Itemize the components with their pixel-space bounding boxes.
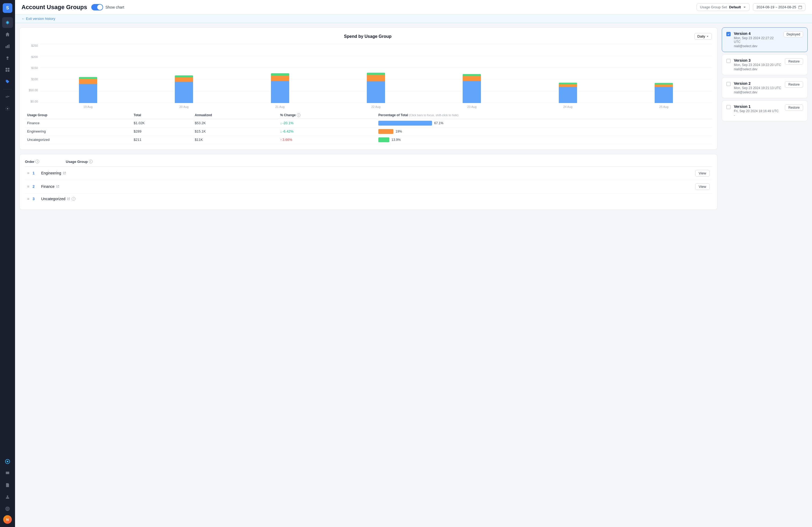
bar-stack <box>367 73 385 103</box>
version-info: Version 4 Mon, Sep 23 2024 22:27:22 UTC … <box>734 31 780 48</box>
view-button[interactable]: View <box>695 183 710 190</box>
table-row: Finance $1.02K $53.2K ↓-20.1% 67.1% <box>25 119 712 127</box>
grid-line <box>40 44 712 44</box>
exit-version-history-bar: ← Exit version history <box>15 15 812 23</box>
view-button[interactable]: View <box>695 170 710 177</box>
sidebar-item-chart[interactable] <box>2 41 13 51</box>
bar-group[interactable] <box>461 74 482 103</box>
chart-header: Spend by Usage Group Daily <box>25 33 712 40</box>
svg-point-13 <box>7 461 8 462</box>
pct-bar <box>378 129 393 134</box>
external-link-icon[interactable] <box>56 185 59 188</box>
order-number: 1 <box>32 171 41 175</box>
sidebar-item-circle[interactable] <box>2 456 13 467</box>
cell-group: Uncategorized <box>25 136 132 144</box>
external-link-icon[interactable] <box>67 197 70 200</box>
uncategorized-info-icon[interactable]: i <box>72 197 75 201</box>
version-name: Version 3 <box>734 58 782 62</box>
bar-segment-blue <box>559 87 577 103</box>
group-name: Uncategorized i <box>41 197 710 201</box>
svg-rect-2 <box>7 45 8 48</box>
calendar-icon <box>798 5 802 9</box>
cell-pct: 19% <box>376 127 712 136</box>
order-number: 2 <box>32 184 41 189</box>
bar-group[interactable] <box>269 73 291 103</box>
version-date: Fri, Sep 20 2024 18:16:49 UTC <box>734 109 782 113</box>
order-label: Order <box>25 160 34 164</box>
cell-change: ↑3.66% <box>278 136 376 144</box>
version-checkbox-empty[interactable] <box>726 105 731 109</box>
usage-group-info-icon[interactable]: i <box>89 160 93 163</box>
sidebar-item-tag[interactable] <box>2 76 13 87</box>
sidebar-item-book[interactable] <box>2 480 13 491</box>
table-row: Engineering $289 $15.1K ↓-6.42% 19% <box>25 127 712 136</box>
x-label: 19 Aug <box>77 105 99 108</box>
date-range-picker[interactable]: 2024-08-19 ~ 2024-08-25 <box>753 3 806 11</box>
restore-button[interactable]: Restore <box>785 104 803 111</box>
version-card[interactable]: Version 3 Mon, Sep 23 2024 19:22:20 UTC … <box>722 54 808 75</box>
sidebar-item-bulb[interactable] <box>2 52 13 63</box>
version-user: niall@select.dev <box>734 90 782 94</box>
show-chart-toggle[interactable] <box>91 4 103 11</box>
drag-handle-icon[interactable]: ≡ <box>27 184 29 189</box>
svg-rect-5 <box>7 59 8 59</box>
bar-group[interactable] <box>557 82 579 103</box>
drag-handle-icon[interactable]: ≡ <box>27 171 29 175</box>
bar-group[interactable] <box>653 83 675 103</box>
bar-stack <box>79 77 97 103</box>
chart-title: Spend by Usage Group <box>41 34 694 39</box>
restore-button[interactable]: Restore <box>785 58 803 65</box>
sidebar-item-home[interactable] <box>2 29 13 40</box>
svg-rect-3 <box>9 45 10 48</box>
toggle-knob <box>97 4 103 10</box>
version-card[interactable]: Version 1 Fri, Sep 20 2024 18:16:49 UTC … <box>722 100 808 121</box>
svg-point-14 <box>7 496 8 497</box>
sidebar-item-grid[interactable] <box>2 64 13 75</box>
bar-stack <box>175 75 193 103</box>
sidebar-item-activity[interactable] <box>2 91 13 102</box>
period-selector[interactable]: Daily <box>694 33 712 40</box>
bar-segment-blue <box>463 81 481 103</box>
bar-segment-green <box>79 77 97 79</box>
app-logo[interactable]: S <box>3 3 12 13</box>
version-info: Version 3 Mon, Sep 23 2024 19:22:20 UTC … <box>734 58 782 71</box>
version-name: Version 4 <box>734 31 780 36</box>
x-label: 22 Aug <box>365 105 387 108</box>
version-checkbox-empty[interactable] <box>726 59 731 63</box>
order-info-icon[interactable]: i <box>35 160 39 163</box>
show-chart-toggle-container: Show chart <box>91 4 124 11</box>
external-link-icon[interactable] <box>63 171 66 175</box>
avatar[interactable]: N <box>3 515 12 524</box>
version-checkbox-empty[interactable] <box>726 82 731 86</box>
pct-bar <box>378 137 389 142</box>
cell-group: Engineering <box>25 127 132 136</box>
bar-stack <box>271 73 289 103</box>
pct-value: 19% <box>395 130 402 133</box>
bar-segment-green <box>367 73 385 75</box>
version-card[interactable]: Version 4 Mon, Sep 23 2024 22:27:22 UTC … <box>722 27 808 52</box>
sidebar-item-signal[interactable] <box>2 503 13 514</box>
version-checkbox-checked[interactable] <box>726 32 731 36</box>
usage-group-set-selector[interactable]: Usage Group Set Default <box>697 3 750 11</box>
x-label: 24 Aug <box>557 105 579 108</box>
sidebar-item-snowflake[interactable] <box>2 17 13 28</box>
sidebar-item-settings[interactable] <box>2 103 13 114</box>
y-label-0: $0.00 <box>25 100 38 103</box>
svg-point-15 <box>7 508 8 509</box>
sidebar-divider <box>3 89 12 89</box>
bar-group[interactable] <box>173 75 195 103</box>
drag-handle-icon[interactable]: ≡ <box>27 197 29 201</box>
svg-rect-6 <box>7 59 8 60</box>
version-card[interactable]: Version 2 Mon, Sep 23 2024 19:21:13 UTC … <box>722 77 808 98</box>
bar-group[interactable] <box>365 73 387 103</box>
version-info: Version 1 Fri, Sep 20 2024 18:16:49 UTC … <box>734 104 782 117</box>
pct-change-info-icon[interactable]: i <box>297 113 301 117</box>
version-user: niall@select.dev <box>734 44 780 48</box>
list-item: ≡ 1 Engineering View <box>25 167 712 180</box>
exit-version-history-link[interactable]: ← Exit version history <box>21 17 806 21</box>
bar-segment-blue <box>655 87 673 103</box>
restore-button[interactable]: Restore <box>785 81 803 88</box>
sidebar-item-user[interactable] <box>2 492 13 502</box>
bar-group[interactable] <box>77 77 99 103</box>
sidebar-item-chat[interactable] <box>2 468 13 479</box>
